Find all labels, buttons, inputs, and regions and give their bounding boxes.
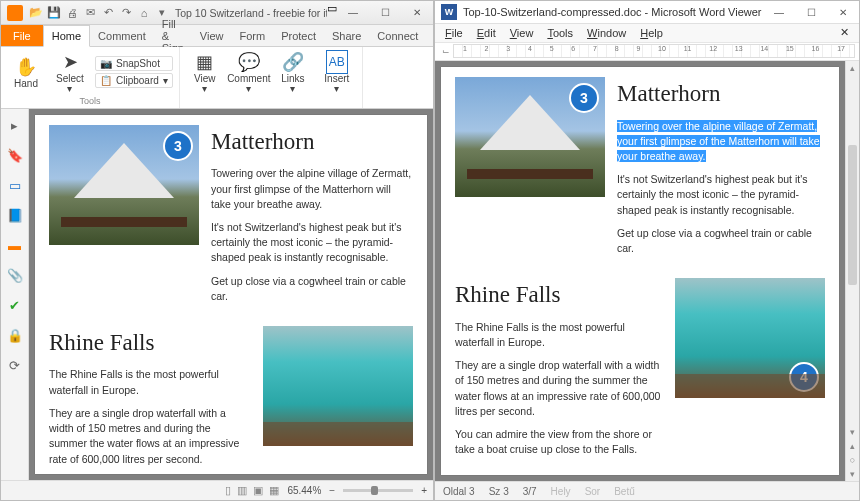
matterhorn-p3: Get up close via a cogwheel train or cab…: [211, 274, 413, 304]
matterhorn-image: 3: [455, 77, 605, 197]
view-mode-icons: ▯ ▥ ▣ ▦: [225, 484, 279, 497]
status-hely: Hely: [551, 486, 571, 497]
attachments-icon[interactable]: 📎: [5, 265, 25, 285]
scroll-thumb[interactable]: [848, 145, 857, 285]
continuous-icon[interactable]: ▥: [237, 484, 247, 497]
protect-tab[interactable]: Protect: [273, 25, 324, 46]
scroll-down-icon[interactable]: ▾: [846, 425, 859, 439]
status-sor: Sor: [585, 486, 601, 497]
link-icon: 🔗: [282, 50, 304, 74]
maximize-button[interactable]: ☐: [369, 2, 401, 24]
doc-close-icon[interactable]: ✕: [834, 26, 855, 39]
group-label: Tools: [79, 95, 100, 106]
bookmarks-icon[interactable]: 🔖: [5, 145, 25, 165]
rhine-text: Rhine Falls The Rhine Falls is the most …: [455, 278, 663, 465]
status-pages[interactable]: 3/7: [523, 486, 537, 497]
snapshot-button[interactable]: 📷SnapShot: [95, 56, 173, 71]
status-betu: Betű: [614, 486, 635, 497]
matterhorn-heading: Matterhorn: [617, 77, 825, 110]
mail-icon[interactable]: ✉: [83, 6, 97, 20]
rhine-p2: They are a single drop waterfall with a …: [49, 406, 251, 467]
undo-icon[interactable]: ↶: [101, 6, 115, 20]
save-icon[interactable]: 💾: [47, 6, 61, 20]
comment-tab[interactable]: Comment: [90, 25, 154, 46]
matterhorn-section: 3 Matterhorn Towering over the alpine vi…: [49, 125, 413, 312]
document-viewport[interactable]: 3 Matterhorn Towering over the alpine vi…: [435, 61, 845, 481]
snapshot-label: SnapShot: [116, 58, 160, 69]
clipboard-button[interactable]: 📋Clipboard ▾: [95, 73, 173, 88]
single-page-icon[interactable]: ▯: [225, 484, 231, 497]
home-icon[interactable]: ⌂: [137, 6, 151, 20]
nav-arrow-icon[interactable]: ▸: [5, 115, 25, 135]
close-button[interactable]: ✕: [401, 2, 433, 24]
quick-access-toolbar: 📂 💾 🖨 ✉ ↶ ↷ ⌂ ▾: [1, 5, 175, 21]
document-viewport[interactable]: 3 Matterhorn Towering over the alpine vi…: [29, 109, 433, 480]
view-dropdown[interactable]: ▦View▾: [186, 50, 224, 94]
window-title: Top-10-Switzerland-compressed.doc - Micr…: [463, 6, 763, 18]
fill-sign-tab[interactable]: Fill & Sign: [154, 25, 192, 46]
minimize-button[interactable]: —: [763, 1, 795, 23]
ribbon-toggle-icon[interactable]: ▭: [327, 2, 337, 24]
prev-page-icon[interactable]: ▴: [846, 439, 859, 453]
minimize-button[interactable]: —: [337, 2, 369, 24]
hand-tool[interactable]: ✋Hand: [7, 55, 45, 89]
facing-icon[interactable]: ▣: [253, 484, 263, 497]
matterhorn-section: 3 Matterhorn Towering over the alpine vi…: [455, 77, 825, 264]
clipboard-stack: 📷SnapShot 📋Clipboard ▾: [95, 56, 173, 88]
scroll-up-icon[interactable]: ▴: [846, 61, 859, 75]
horizontal-ruler[interactable]: 1234567891011121314151617: [453, 44, 855, 58]
select-tool[interactable]: ➤Select▾: [51, 50, 89, 94]
comment-dropdown[interactable]: 💬Comment▾: [230, 50, 268, 94]
security-icon[interactable]: 🔒: [5, 325, 25, 345]
insert-dropdown[interactable]: ABInsert▾: [318, 50, 356, 94]
open-icon[interactable]: 📂: [29, 6, 43, 20]
layers-icon[interactable]: 📘: [5, 205, 25, 225]
redo-icon[interactable]: ↷: [119, 6, 133, 20]
menu-edit[interactable]: Edit: [471, 27, 502, 39]
window-controls: ▭ — ☐ ✕: [327, 2, 433, 24]
view-group: ▦View▾ 💬Comment▾ 🔗Links▾ ABInsert▾: [180, 47, 363, 108]
zoom-out-icon[interactable]: −: [329, 485, 335, 496]
menu-window[interactable]: Window: [581, 27, 632, 39]
signatures-icon[interactable]: ✔: [5, 295, 25, 315]
side-toolstrip: ▸ 🔖 ▭ 📘 ▬ 📎 ✔ 🔒 ⟳: [1, 109, 29, 480]
file-tab[interactable]: File: [1, 25, 43, 46]
ruler-numbers: 1234567891011121314151617: [454, 45, 854, 52]
vertical-scrollbar[interactable]: ▴ ▾ ▴ ○ ▾: [845, 61, 859, 481]
maximize-button[interactable]: ☐: [795, 1, 827, 23]
titlebar: 📂 💾 🖨 ✉ ↶ ↷ ⌂ ▾ Top 10 Switzerland - fre…: [1, 1, 433, 25]
zoom-value[interactable]: 65.44%: [287, 485, 321, 496]
status-page[interactable]: Oldal 3: [443, 486, 475, 497]
matterhorn-image: 3: [49, 125, 199, 245]
links-dropdown[interactable]: 🔗Links▾: [274, 50, 312, 94]
home-tab[interactable]: Home: [43, 25, 90, 47]
pages-icon[interactable]: ▭: [5, 175, 25, 195]
menu-view[interactable]: View: [504, 27, 540, 39]
matterhorn-p3: Get up close via a cogwheel train or cab…: [617, 226, 825, 256]
matterhorn-p1-selected[interactable]: Towering over the alpine village of Zerm…: [617, 120, 820, 162]
scroll-track[interactable]: [846, 75, 859, 425]
print-icon[interactable]: 🖨: [65, 6, 79, 20]
menu-help[interactable]: Help: [634, 27, 669, 39]
form-tab[interactable]: Form: [231, 25, 273, 46]
menu-tools[interactable]: Tools: [541, 27, 579, 39]
browse-object-icon[interactable]: ○: [846, 453, 859, 467]
status-section[interactable]: Sz 3: [489, 486, 509, 497]
insert-icon: AB: [326, 50, 348, 74]
menu-file[interactable]: File: [439, 27, 469, 39]
comments-icon[interactable]: ▬: [5, 235, 25, 255]
zoom-in-icon[interactable]: +: [421, 485, 427, 496]
adjust-icon[interactable]: ⟳: [5, 355, 25, 375]
ruler-bar: ⌙ 1234567891011121314151617: [435, 43, 859, 62]
share-tab[interactable]: Share: [324, 25, 369, 46]
comment-icon: 💬: [238, 50, 260, 74]
next-page-icon[interactable]: ▾: [846, 467, 859, 481]
group-label-empty: [270, 95, 273, 106]
connect-tab[interactable]: Connect: [369, 25, 426, 46]
view-tab[interactable]: View: [192, 25, 232, 46]
close-button[interactable]: ✕: [827, 1, 859, 23]
book-icon[interactable]: ▦: [269, 484, 279, 497]
page: 3 Matterhorn Towering over the alpine vi…: [441, 67, 839, 475]
zoom-slider[interactable]: [343, 489, 413, 492]
rhine-p1: The Rhine Falls is the most powerful wat…: [455, 320, 663, 350]
